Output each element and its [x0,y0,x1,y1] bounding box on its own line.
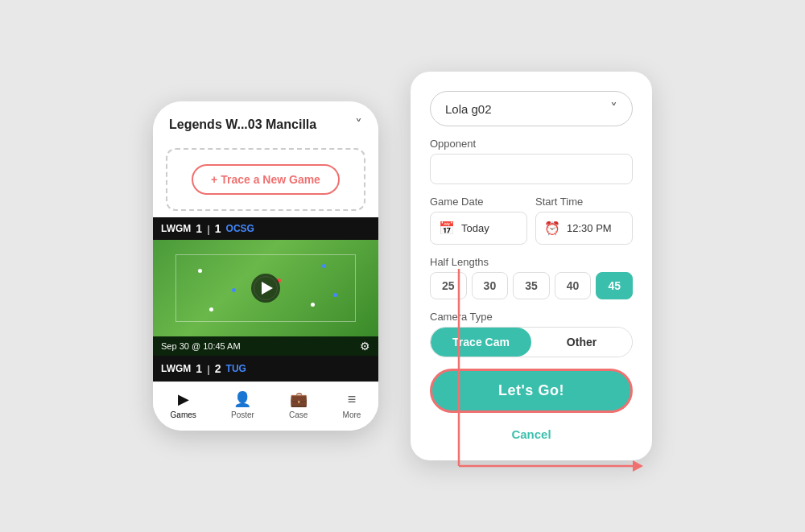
game-video-1[interactable] [153,240,378,336]
lets-go-button[interactable]: Let's Go! [430,369,633,413]
score-block-1: LWGM 1 | 1 OCSG [161,222,254,235]
camera-toggle: Trace Cam Other [430,327,633,357]
score-away-2: 2 [215,362,221,375]
team-home-1: LWGM [161,223,191,234]
nav-label-poster: Poster [231,410,254,419]
svg-marker-2 [633,460,643,472]
score-away-1: 1 [215,222,221,235]
nav-item-games[interactable]: ▶ Games [171,390,196,419]
half-btn-35[interactable]: 35 [513,272,550,299]
nav-item-more[interactable]: ≡ More [343,391,361,419]
calendar-icon: 📅 [439,221,455,236]
team-selector-text: Lola g02 [445,102,492,116]
opponent-input[interactable] [430,154,633,184]
nav-label-case: Case [289,410,308,419]
score-block-2: LWGM 1 | 2 TUG [161,362,246,375]
camera-trace-cam[interactable]: Trace Cam [431,328,531,357]
game-date-1: Sep 30 @ 10:45 AM [161,341,241,351]
team-home-2: LWGM [161,363,191,374]
more-icon: ≡ [348,391,357,408]
team-selector-chevron-icon: ˅ [610,100,617,118]
camera-type-group: Camera Type Trace Cam Other [430,311,633,357]
add-game-area: + Trace a New Game [166,148,365,211]
game-date-label: Game Date [430,196,527,208]
half-btn-45[interactable]: 45 [596,272,633,299]
date-field-group: Game Date 📅 Today [430,196,527,245]
nav-item-case[interactable]: 💼 Case [289,390,308,419]
cancel-button[interactable]: Cancel [430,424,633,444]
game-date-input[interactable]: 📅 Today [430,212,527,245]
time-field-group: Start Time ⏰ 12:30 PM [535,196,633,245]
phone-nav: ▶ Games 👤 Poster 💼 Case ≡ More [153,381,378,431]
opponent-label: Opponent [430,138,633,150]
team-away-2: TUG [226,363,246,374]
game-card-1: LWGM 1 | 1 OCSG [153,217,378,356]
start-time-input[interactable]: ⏰ 12:30 PM [535,212,633,245]
nav-label-games: Games [171,410,196,419]
trace-new-game-button[interactable]: + Trace a New Game [192,164,340,195]
game-info-bar-1: Sep 30 @ 10:45 AM ⚙ [153,336,378,356]
half-btn-25[interactable]: 25 [430,272,467,299]
phone-mockup: Legends W...03 Mancilla ˅ + Trace a New … [153,101,378,431]
game-card-2: LWGM 1 | 2 TUG [153,356,378,381]
player-dot [209,307,213,311]
half-lengths-label: Half Lengths [430,256,633,268]
poster-icon: 👤 [233,390,251,408]
camera-other[interactable]: Other [531,328,632,357]
game-card-1-header: LWGM 1 | 1 OCSG [153,217,378,240]
player-dot [333,293,337,297]
case-icon: 💼 [290,390,308,408]
camera-type-label: Camera Type [430,311,633,323]
gear-icon[interactable]: ⚙ [360,340,370,353]
form-panel: Lola g02 ˅ Opponent Game Date 📅 Today St… [411,72,652,460]
half-lengths-group: Half Lengths 25 30 35 40 45 [430,256,633,299]
player-dot [322,264,326,268]
half-lengths-row: 25 30 35 40 45 [430,272,633,299]
nav-label-more: More [343,410,361,419]
score-home-1: 1 [196,222,202,235]
play-icon [262,282,273,295]
score-home-2: 1 [196,362,202,375]
phone-chevron-icon[interactable]: ˅ [355,116,362,134]
team-away-1: OCSG [226,223,254,234]
date-time-row: Game Date 📅 Today Start Time ⏰ 12:30 PM [430,196,633,245]
player-dot [232,288,236,292]
half-btn-30[interactable]: 30 [472,272,509,299]
game-date-value: Today [461,222,489,234]
team-selector[interactable]: Lola g02 ˅ [430,91,633,126]
nav-item-poster[interactable]: 👤 Poster [231,390,254,419]
opponent-group: Opponent [430,138,633,184]
games-icon: ▶ [178,390,189,408]
play-button[interactable] [251,274,280,303]
player-dot [311,303,315,307]
start-time-label: Start Time [535,196,633,208]
half-btn-40[interactable]: 40 [555,272,592,299]
phone-title: Legends W...03 Mancilla [169,118,316,132]
start-time-value: 12:30 PM [567,222,612,234]
player-dot [198,269,202,273]
phone-header: Legends W...03 Mancilla ˅ [153,101,378,142]
clock-icon: ⏰ [544,221,560,236]
